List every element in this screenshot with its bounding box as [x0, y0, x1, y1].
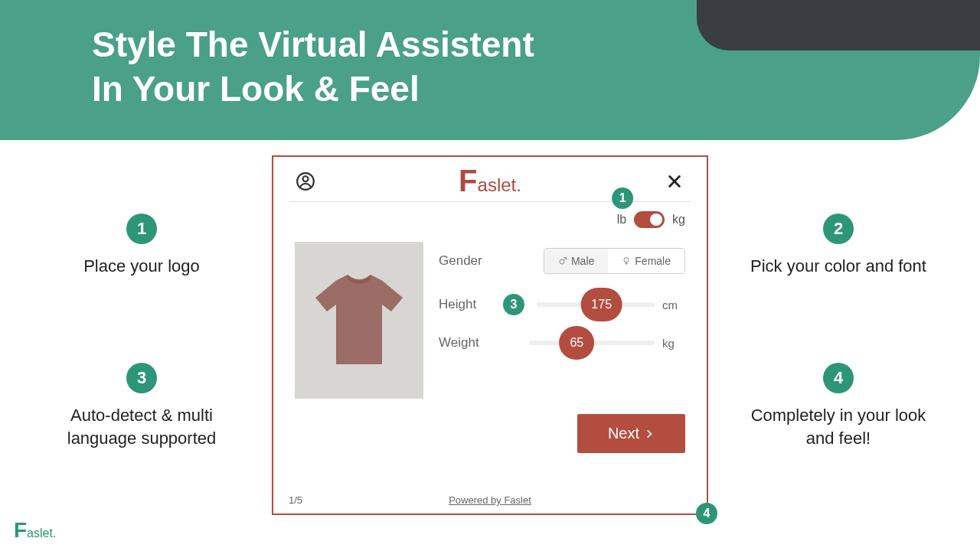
main-row: Gender Male Female — [295, 242, 685, 399]
logo-text: aslet. — [478, 174, 521, 196]
height-label: Height — [439, 297, 492, 312]
callout-1: 1 Place your logo — [83, 214, 200, 278]
chevron-right-icon — [644, 429, 655, 439]
user-icon[interactable] — [295, 171, 316, 192]
content-area: 1 Place your logo 3 Auto-detect & multi … — [0, 140, 980, 538]
gender-row: Gender Male Female — [439, 248, 685, 274]
weight-unit: kg — [662, 337, 685, 350]
weight-knob[interactable]: 65 — [559, 326, 594, 360]
footer-logo-text: aslet. — [27, 527, 56, 540]
svg-point-3 — [624, 258, 629, 262]
next-label: Next — [608, 425, 639, 442]
gender-male-button[interactable]: Male — [544, 249, 608, 273]
height-track: 175 — [537, 302, 655, 307]
callout-1-text: Place your logo — [83, 255, 200, 278]
next-row: Next 2 — [295, 414, 685, 453]
product-image — [295, 242, 423, 399]
form-fields: Gender Male Female — [439, 242, 685, 399]
callout-1-badge: 1 — [126, 214, 157, 244]
height-unit: cm — [662, 298, 685, 311]
tshirt-icon — [302, 263, 416, 378]
height-row: Height 3 175 cm — [439, 294, 685, 315]
widget-body: lb kg Gender — [273, 202, 707, 487]
footer-brand-logo: Faslet. — [14, 520, 56, 540]
callout-2: 2 Pick your color and font — [750, 214, 926, 278]
left-callouts: 1 Place your logo 3 Auto-detect & multi … — [46, 155, 237, 538]
weight-row: Weight 65 kg — [439, 335, 685, 350]
faslet-logo: Faslet. — [459, 167, 521, 196]
unit-lb-label: lb — [617, 213, 626, 227]
callout-3-badge: 3 — [126, 363, 157, 393]
gender-label: Gender — [439, 253, 492, 269]
callout-3: 3 Auto-detect & multi language supported — [54, 363, 230, 449]
hero-title-line1: Style The Virtual Assistent — [92, 24, 534, 64]
callout-4-text: Completely in your look and feel! — [750, 404, 926, 449]
callout-2-badge: 2 — [823, 214, 854, 244]
female-icon — [622, 256, 631, 266]
widget-container: 1 Faslet. lb kg — [237, 155, 743, 538]
logo-prefix: F — [459, 167, 477, 194]
powered-by-link[interactable]: Powered by Faslet — [449, 494, 531, 506]
svg-point-1 — [303, 176, 309, 181]
footer-logo-prefix: F — [14, 520, 27, 540]
gender-female-button[interactable]: Female — [608, 249, 684, 273]
widget-logo: 1 Faslet. — [459, 167, 521, 196]
widget-footer: 1/5 Powered by Faslet — [273, 487, 707, 514]
right-callouts: 2 Pick your color and font 4 Completely … — [743, 155, 934, 538]
weight-slider[interactable]: 65 — [529, 341, 655, 345]
units-toggle-row: lb kg — [295, 211, 685, 228]
pin-4: 4 — [696, 503, 717, 524]
pin-1: 1 — [612, 187, 633, 209]
hero-title-line2: In Your Look & Feel — [92, 69, 420, 109]
height-knob[interactable]: 175 — [580, 288, 622, 321]
gender-select: Male Female — [544, 248, 685, 274]
gender-female-label: Female — [635, 255, 671, 267]
next-button[interactable]: Next — [577, 414, 685, 453]
callout-3-text: Auto-detect & multi language supported — [54, 404, 230, 449]
callout-2-text: Pick your color and font — [750, 255, 926, 278]
unit-kg-label: kg — [672, 213, 685, 227]
pin-3: 3 — [503, 294, 524, 315]
dark-corner-tab — [697, 0, 980, 51]
units-toggle[interactable] — [634, 211, 665, 228]
weight-label: Weight — [439, 335, 492, 350]
callout-4-badge: 4 — [823, 363, 854, 393]
male-icon — [558, 256, 567, 266]
height-slider[interactable]: 175 — [537, 302, 655, 307]
close-icon[interactable] — [664, 171, 685, 192]
progress-text: 1/5 — [289, 494, 302, 506]
hero-banner: Style The Virtual Assistent In Your Look… — [0, 0, 980, 140]
size-assistant-widget: 1 Faslet. lb kg — [272, 155, 708, 515]
callout-4: 4 Completely in your look and feel! — [750, 363, 926, 449]
weight-track: 65 — [529, 341, 655, 345]
gender-male-label: Male — [571, 255, 594, 267]
widget-header: 1 Faslet. — [273, 157, 707, 201]
